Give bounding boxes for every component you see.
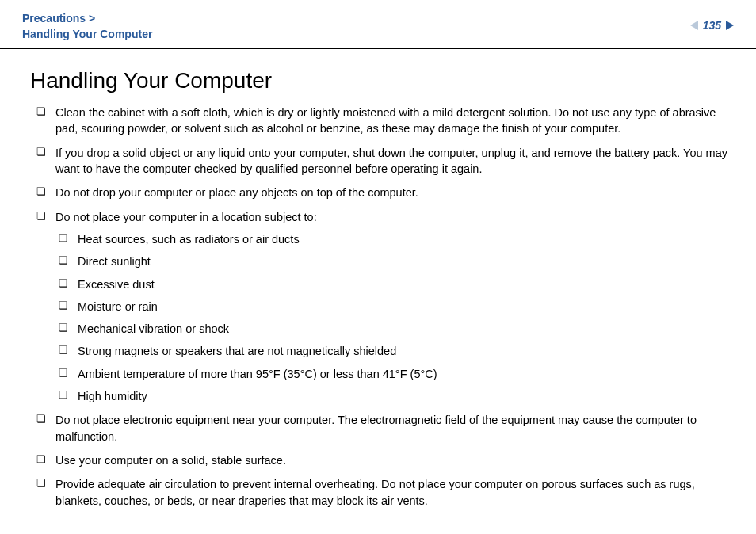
list-item-text: Clean the cabinet with a soft cloth, whi… [55,106,716,135]
breadcrumb: Precautions > Handling Your Computer [22,11,152,42]
list-item: Heat sources, such as radiators or air d… [59,231,734,247]
list-item: Do not place electronic equipment near y… [36,412,734,444]
list-item-text: Provide adequate air circulation to prev… [55,478,695,506]
list-item-text: Do not place electronic equipment near y… [55,414,697,442]
list-item: Use your computer on a solid, stable sur… [36,452,734,468]
breadcrumb-top: Precautions > [22,12,95,25]
page-nav: 135 [690,19,734,32]
list-item-text: Use your computer on a solid, stable sur… [55,454,286,467]
list-item: Provide adequate air circulation to prev… [36,476,734,509]
prev-page-icon[interactable] [690,21,698,30]
next-page-icon[interactable] [726,21,734,30]
main-bullet-list: Clean the cabinet with a soft cloth, whi… [30,105,734,509]
list-item: Mechanical vibration or shock [59,321,734,337]
list-item-text: Excessive dust [78,278,155,291]
list-item: If you drop a solid object or any liquid… [36,145,734,177]
list-item: Excessive dust [59,277,734,292]
list-item-text: Ambient temperature of more than 95°F (3… [78,368,437,380]
list-item-text: High humidity [78,390,147,402]
page-header: Precautions > Handling Your Computer 135 [0,0,756,49]
list-item-text: Strong magnets or speakers that are not … [78,345,396,357]
page-number: 135 [703,19,721,32]
sub-bullet-list: Heat sources, such as radiators or air d… [55,231,734,404]
page-content: Handling Your Computer Clean the cabinet… [0,49,756,509]
list-item: Do not place your computer in a location… [36,209,734,405]
list-item-text: Heat sources, such as radiators or air d… [78,233,300,246]
list-item: Ambient temperature of more than 95°F (3… [59,366,734,382]
list-item-text: Do not place your computer in a location… [55,211,317,223]
list-item: Clean the cabinet with a soft cloth, whi… [36,105,734,137]
list-item-text: Mechanical vibration or shock [78,322,229,335]
list-item: Moisture or rain [59,299,734,315]
list-item: Do not drop your computer or place any o… [36,185,734,200]
list-item: High humidity [59,388,734,404]
list-item-text: Direct sunlight [78,255,151,268]
list-item: Direct sunlight [59,254,734,269]
list-item: Strong magnets or speakers that are not … [59,343,734,359]
page-title: Handling Your Computer [30,68,734,93]
breadcrumb-bottom: Handling Your Computer [22,27,152,43]
list-item-text: If you drop a solid object or any liquid… [55,147,727,175]
list-item-text: Moisture or rain [78,300,158,313]
list-item-text: Do not drop your computer or place any o… [55,186,418,199]
